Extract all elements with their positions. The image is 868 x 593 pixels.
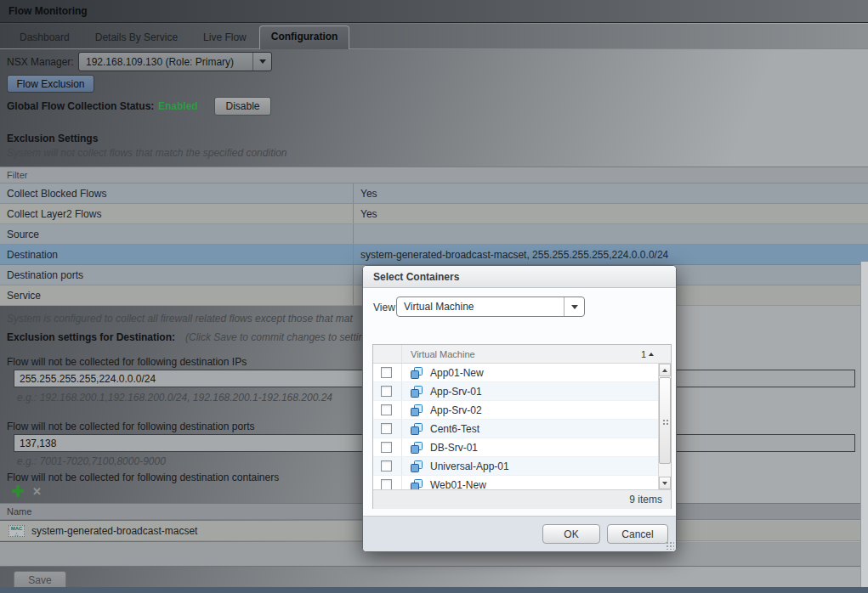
arrow-up-icon	[662, 369, 667, 372]
column-divider	[392, 382, 402, 400]
column-divider	[392, 420, 402, 438]
containers-column-name: Name	[7, 506, 31, 517]
vm-name: App01-New	[430, 367, 484, 379]
cancel-button-label: Cancel	[621, 528, 653, 540]
vm-list-scrollbar[interactable]	[658, 364, 671, 489]
vm-name: Universal-App-01	[430, 460, 509, 472]
filter-table-header: Filter	[0, 167, 868, 184]
nsx-manager-value: 192.168.109.130 (Role: Primary)	[79, 56, 252, 68]
vm-checkbox[interactable]	[381, 423, 392, 434]
page-scrollbar[interactable]	[860, 262, 868, 587]
vm-checkbox[interactable]	[381, 479, 392, 489]
vm-name: Cent6-Test	[430, 423, 479, 435]
tab-details-by-service[interactable]: Details By Service	[82, 27, 190, 48]
sort-order-number: 1	[641, 349, 646, 359]
chevron-down-icon	[571, 305, 578, 309]
column-divider	[392, 457, 402, 475]
vm-icon	[410, 441, 423, 455]
vm-icon	[410, 385, 423, 398]
remove-container-button[interactable]: ✕	[32, 487, 42, 497]
destination-ips-label: Flow will not be collected for following…	[7, 356, 247, 368]
vm-row[interactable]: DB-Srv-01	[373, 438, 671, 457]
vm-table-header[interactable]: Virtual Machine 1	[373, 345, 671, 364]
destination-containers-label: Flow will not be collected for following…	[7, 472, 279, 483]
checkbox-column-header	[373, 345, 402, 363]
nsx-manager-label: NSX Manager:	[7, 56, 74, 68]
nsx-manager-select[interactable]: 192.168.109.130 (Role: Primary)	[78, 52, 272, 71]
tab-configuration[interactable]: Configuration	[259, 25, 350, 49]
vm-column-header[interactable]: Virtual Machine	[402, 349, 641, 359]
vm-row[interactable]: App-Srv-01	[373, 382, 671, 401]
view-label: View	[373, 302, 395, 313]
table-row[interactable]: Source	[0, 224, 868, 245]
macset-icon: MAC∴	[9, 525, 25, 537]
dialog-titlebar[interactable]: Select Containers	[363, 266, 676, 288]
vm-name: App-Srv-02	[430, 404, 482, 416]
bottom-edge-bar	[0, 587, 868, 593]
sort-asc-icon	[649, 353, 654, 356]
filter-value: Yes	[353, 184, 868, 203]
destination-ips-hint: e.g.: 192.168.200.1,192.168.200.0/24, 19…	[17, 392, 332, 404]
dialog-resize-grip[interactable]	[666, 541, 674, 550]
thumb-grip-icon	[662, 419, 669, 425]
filter-name: Destination	[0, 245, 353, 264]
filter-name: Source	[0, 224, 353, 244]
destination-ports-hint: e.g.: 7001-7020,7100,8000-9000	[17, 455, 166, 467]
item-count: 9 items	[629, 494, 662, 505]
tab-dashboard[interactable]: Dashboard	[7, 27, 82, 48]
vm-icon	[410, 460, 423, 473]
vm-row[interactable]: Cent6-Test	[373, 420, 671, 438]
flow-exclusion-button[interactable]: Flow Exclusion	[7, 75, 94, 93]
dialog-title: Select Containers	[373, 271, 459, 283]
vm-checkbox[interactable]	[381, 367, 392, 378]
vm-row[interactable]: Universal-App-01	[373, 457, 671, 476]
vm-checkbox[interactable]	[381, 442, 392, 453]
column-divider	[392, 476, 402, 489]
vm-checkbox[interactable]	[381, 460, 392, 472]
disable-button-label: Disable	[225, 100, 259, 112]
vm-list: App01-New App-Srv-01 App-Srv-02 Cent6-Te…	[373, 364, 671, 489]
vm-row[interactable]: Web01-New	[373, 476, 671, 489]
vm-table: Virtual Machine 1 App01-New App-Srv-01 A…	[372, 344, 672, 509]
table-row-selected[interactable]: Destination system-generated-broadcast-m…	[0, 245, 868, 265]
view-select[interactable]: Virtual Machine	[396, 296, 585, 317]
tab-bar: Dashboard Details By Service Live Flow C…	[0, 24, 868, 49]
destination-ports-label: Flow will not be collected for following…	[7, 421, 254, 432]
ok-button[interactable]: OK	[542, 524, 600, 544]
sort-indicator[interactable]: 1	[641, 349, 671, 359]
tab-live-flow[interactable]: Live Flow	[190, 27, 259, 48]
vm-row[interactable]: App-Srv-02	[373, 401, 671, 420]
column-divider	[392, 401, 402, 419]
vm-icon	[410, 366, 423, 380]
scroll-up-button[interactable]	[659, 364, 671, 376]
filter-value: Yes	[353, 204, 868, 223]
table-row[interactable]: Collect Layer2 Flows Yes	[0, 204, 868, 224]
filter-value: system-generated-broadcast-macset, 255.2…	[353, 245, 868, 264]
column-divider	[392, 364, 402, 381]
exclusion-settings-heading: Exclusion Settings	[7, 133, 98, 144]
filter-name: Collect Blocked Flows	[0, 184, 353, 203]
exclusion-settings-subtext: System will not collect flows that match…	[7, 147, 286, 159]
arrow-down-icon	[662, 482, 667, 485]
view-dropdown-arrow[interactable]	[564, 297, 584, 316]
cancel-button[interactable]: Cancel	[607, 524, 668, 544]
flow-monitoring-screen: { "window": { "title": "Flow Monitoring"…	[0, 0, 868, 593]
global-status-value: Enabled	[158, 100, 198, 112]
vm-name: DB-Srv-01	[430, 442, 478, 454]
destination-settings-heading: Exclusion settings for Destination:	[7, 331, 175, 343]
vm-checkbox[interactable]	[381, 386, 392, 397]
vm-row[interactable]: App01-New	[373, 364, 671, 382]
vm-icon	[410, 422, 423, 436]
nsx-manager-dropdown-arrow[interactable]	[252, 53, 271, 71]
scrollbar-thumb[interactable]	[659, 377, 671, 464]
table-row[interactable]: Collect Blocked Flows Yes	[0, 184, 868, 204]
vm-checkbox[interactable]	[381, 404, 392, 415]
filter-name: Destination ports	[0, 265, 353, 285]
add-container-button[interactable]	[12, 485, 24, 497]
scroll-down-button[interactable]	[659, 477, 671, 489]
filter-name: Collect Layer2 Flows	[0, 204, 353, 223]
filter-name: Service	[0, 285, 353, 305]
disable-button[interactable]: Disable	[214, 97, 271, 116]
config-note: System is configured to collect all fire…	[7, 313, 353, 325]
flow-exclusion-label: Flow Exclusion	[16, 78, 84, 90]
